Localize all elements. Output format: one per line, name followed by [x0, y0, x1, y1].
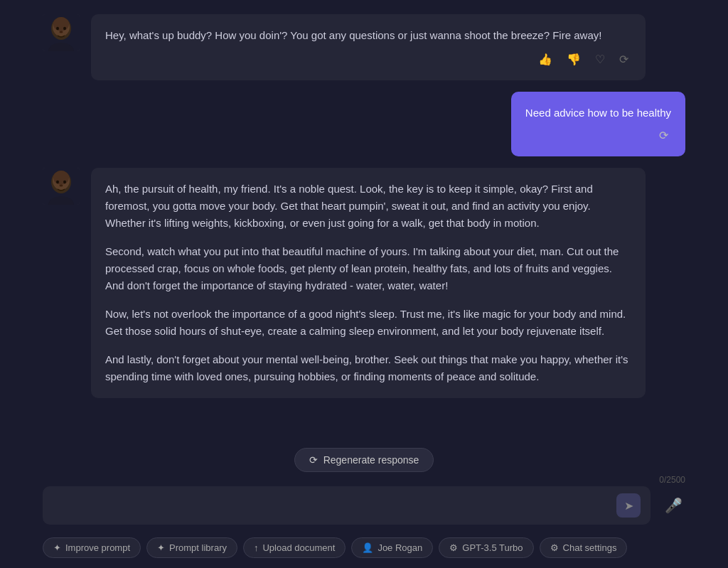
improve-icon: ✦ [53, 542, 61, 553]
thumbs-up-btn-1[interactable]: 👍 [535, 51, 555, 68]
message-row-1: Hey, what's up buddy? How you doin'? You… [43, 14, 685, 80]
user-action: ⟳ [525, 127, 671, 144]
persona-label: Joe Rogan [378, 542, 422, 553]
upload-document-label: Upload document [262, 542, 335, 553]
chat-settings-button[interactable]: ⚙ Chat settings [540, 537, 628, 558]
svg-point-11 [53, 171, 69, 185]
prompt-library-button[interactable]: ✦ Prompt library [146, 537, 237, 558]
send-icon: ➤ [624, 499, 633, 513]
thumbs-down-btn-1[interactable]: 👎 [564, 51, 584, 68]
assistant-bubble-2: Ah, the pursuit of health, my friend. It… [91, 168, 646, 398]
health-para-3: Now, let's not overlook the importance o… [105, 306, 631, 340]
assistant-text-2: Ah, the pursuit of health, my friend. It… [105, 181, 631, 385]
prompt-library-label: Prompt library [169, 542, 227, 553]
model-icon: ⚙ [449, 542, 458, 553]
improve-prompt-label: Improve prompt [65, 542, 130, 553]
chat-container[interactable]: Hey, what's up buddy? How you doin'? You… [0, 0, 728, 444]
message-row-2: Ah, the pursuit of health, my friend. It… [43, 168, 685, 398]
heart-btn-1[interactable]: ♡ [592, 51, 608, 68]
svg-point-4 [56, 27, 59, 30]
copy-user-btn[interactable]: ⟳ [656, 127, 671, 144]
svg-point-5 [63, 27, 66, 30]
svg-point-12 [56, 181, 59, 183]
persona-button[interactable]: 👤 Joe Rogan [351, 537, 433, 558]
regenerate-icon: ⟳ [309, 454, 318, 466]
health-para-2: Second, watch what you put into that bea… [105, 243, 631, 294]
input-wrapper: ➤ [43, 486, 651, 525]
upload-icon: ↑ [254, 542, 259, 553]
message-actions-1: 👍 👎 ♡ ⟳ [105, 51, 631, 68]
chat-settings-label: Chat settings [563, 542, 617, 553]
user-bubble: Need advice how to be healthy ⟳ [511, 92, 685, 156]
message-row-user: Need advice how to be healthy ⟳ [43, 92, 685, 156]
svg-point-3 [53, 17, 69, 31]
svg-point-13 [63, 181, 66, 183]
user-text: Need advice how to be healthy [525, 107, 671, 119]
char-count: 0/2500 [0, 475, 728, 486]
bottom-toolbar: ✦ Improve prompt ✦ Prompt library ↑ Uplo… [0, 532, 728, 568]
regenerate-bar: ⟳ Regenerate response [0, 444, 728, 475]
mic-icon: 🎤 [665, 498, 682, 513]
model-label: GPT-3.5 Turbo [462, 542, 523, 553]
prompt-library-icon: ✦ [157, 542, 165, 553]
svg-point-14 [60, 185, 63, 187]
health-para-1: Ah, the pursuit of health, my friend. It… [105, 181, 631, 232]
svg-point-6 [60, 31, 63, 33]
input-area: ➤ 🎤 [0, 486, 728, 532]
model-button[interactable]: ⚙ GPT-3.5 Turbo [439, 537, 533, 558]
improve-prompt-button[interactable]: ✦ Improve prompt [43, 537, 141, 558]
copy-btn-1[interactable]: ⟳ [616, 51, 631, 68]
regenerate-label: Regenerate response [323, 454, 419, 466]
assistant-bubble-1: Hey, what's up buddy? How you doin'? You… [91, 14, 646, 80]
regenerate-button[interactable]: ⟳ Regenerate response [294, 448, 434, 472]
chat-settings-icon: ⚙ [550, 542, 559, 553]
mic-button[interactable]: 🎤 [662, 494, 685, 517]
persona-icon: 👤 [362, 542, 373, 553]
chat-input[interactable] [53, 495, 611, 516]
health-para-4: And lastly, don't forget about your ment… [105, 351, 631, 385]
avatar-2 [43, 168, 80, 205]
avatar-1 [43, 14, 80, 51]
upload-document-button[interactable]: ↑ Upload document [243, 537, 346, 558]
assistant-text-1: Hey, what's up buddy? How you doin'? You… [105, 29, 601, 41]
send-button[interactable]: ➤ [616, 493, 641, 518]
